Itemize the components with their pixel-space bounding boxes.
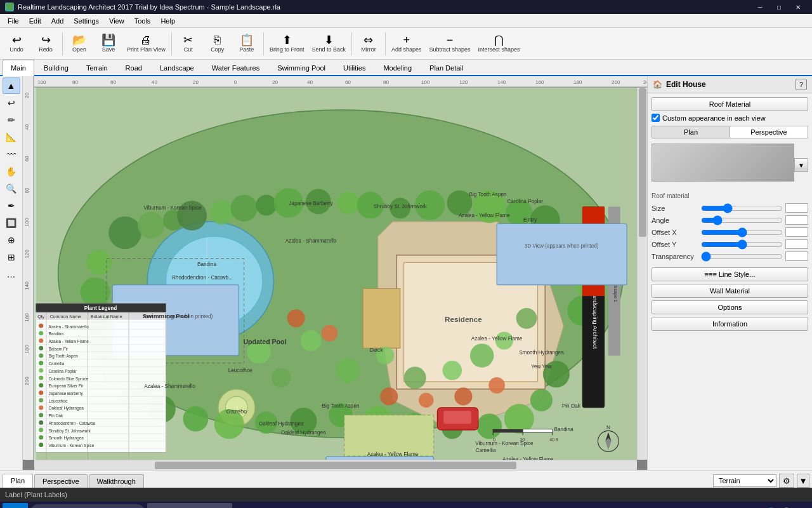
more-tool[interactable]: … — [3, 266, 20, 283]
search-box[interactable]: 🔍 Type here to search 🎤 — [30, 504, 145, 508]
bottom-tab-perspective[interactable]: Perspective — [34, 474, 87, 488]
nav-tab-terrain[interactable]: Terrain — [78, 60, 116, 75]
tab-perspective[interactable]: Perspective — [730, 126, 808, 138]
svg-point-144 — [39, 346, 43, 351]
svg-text:Viburnum - Korean Spice: Viburnum - Korean Spice — [143, 205, 202, 211]
size-value[interactable]: 3' — [785, 203, 808, 213]
zoom-tool[interactable]: 🔍 — [3, 180, 20, 197]
grid-tool[interactable]: ⊞ — [3, 249, 20, 265]
custom-appearance-checkbox[interactable] — [652, 114, 660, 122]
vertical-scrollbar[interactable] — [637, 88, 647, 460]
nav-tab-building[interactable]: Building — [36, 60, 77, 75]
terrain-settings-button[interactable]: ⚙ — [779, 474, 794, 488]
toolbar-separator-2 — [62, 32, 63, 55]
bottom-tab-walkthrough[interactable]: Walkthrough — [89, 474, 144, 488]
menu-item-edit[interactable]: Edit — [24, 14, 46, 27]
nav-tab-main[interactable]: Main — [3, 60, 34, 76]
information-button[interactable]: Information — [652, 317, 808, 331]
pen-tool[interactable]: ✒ — [3, 197, 20, 214]
draw-tool[interactable]: ✏ — [3, 112, 20, 128]
terrain-select[interactable]: Terrain — [713, 474, 776, 487]
transparency-value[interactable]: 0 — [785, 251, 808, 261]
transparency-label: Transparency — [652, 253, 698, 260]
line-style-button[interactable]: ≡≡≡ Line Style... — [652, 267, 808, 281]
toolbar-btn-paste[interactable]: 📋Paste — [233, 30, 261, 58]
help-button[interactable]: ? — [796, 79, 807, 90]
angle-value[interactable]: 14° — [785, 215, 808, 225]
custom-appearance-row: Custom appearance in each view — [652, 114, 808, 122]
angle-slider[interactable] — [701, 216, 783, 225]
toolbar-btn-redo[interactable]: ↪Redo — [32, 30, 60, 58]
toolbar-btn-save[interactable]: 💾Save — [95, 30, 122, 58]
maximize-button[interactable]: □ — [770, 1, 788, 13]
rect-tool[interactable]: 🔲 — [3, 215, 20, 231]
svg-point-48 — [256, 195, 277, 216]
horizontal-scrollbar[interactable] — [34, 460, 637, 470]
toolbar-btn-send-to-back[interactable]: ⬇Send to Back — [308, 30, 349, 58]
right-panel-header: 🏠 Edit House ? — [648, 76, 812, 93]
toolbar-btn-print[interactable]: 🖨Print Plan View — [124, 30, 169, 58]
svg-point-85 — [272, 368, 291, 387]
offset-x-value[interactable]: 0 — [785, 227, 808, 237]
wall-material-button[interactable]: Wall Material — [652, 284, 808, 298]
toolbar-btn-subtract-shapes[interactable]: −Subtract shapes — [426, 30, 474, 58]
svg-text:Big Tooth Aspen: Big Tooth Aspen — [322, 403, 359, 409]
options-button[interactable]: Options — [652, 300, 808, 314]
toolbar-btn-bring-to-front[interactable]: ⬆Bring to Front — [266, 30, 308, 58]
undo-tool[interactable]: ↩ — [3, 95, 20, 111]
nav-tab-swimming-pool[interactable]: Swimming Pool — [269, 60, 334, 75]
size-slider[interactable] — [701, 204, 783, 213]
offset-y-slider[interactable] — [701, 240, 783, 249]
nav-tab-water-features[interactable]: Water Features — [204, 60, 268, 75]
taskbar-app-button[interactable]: 🌿 Realtime Landscapin... — [147, 503, 232, 508]
roof-material-button[interactable]: Roof Material — [652, 97, 808, 111]
roof-material-dropdown[interactable]: ▼ — [794, 158, 808, 172]
offset-x-slider[interactable] — [701, 228, 783, 237]
transparency-slider[interactable] — [701, 252, 783, 261]
close-button[interactable]: ✕ — [789, 1, 807, 13]
nav-tab-road[interactable]: Road — [117, 60, 150, 75]
nav-tab-utilities[interactable]: Utilities — [335, 60, 374, 75]
nav-tab-plan-detail[interactable]: Plan Detail — [421, 60, 471, 75]
toolbar-btn-undo[interactable]: ↩Undo — [3, 30, 30, 58]
add-tool[interactable]: ⊕ — [3, 232, 20, 248]
toolbar-btn-add-shapes[interactable]: +Add shapes — [388, 30, 425, 58]
menu-item-help[interactable]: Help — [155, 14, 180, 27]
offset-y-row: Offset Y 0 — [652, 239, 808, 249]
select-tool[interactable]: ▲ — [3, 77, 20, 94]
toolbar-btn-open[interactable]: 📂Open — [65, 30, 93, 58]
offset-y-value[interactable]: 0 — [785, 239, 808, 249]
tab-plan[interactable]: Plan — [652, 126, 730, 138]
toolbar-btn-copy[interactable]: ⎘Copy — [204, 30, 232, 58]
menu-item-file[interactable]: File — [3, 14, 24, 27]
menu-item-tools[interactable]: Tools — [129, 14, 156, 27]
measure-tool[interactable]: 📐 — [3, 129, 20, 145]
window-controls: ─ □ ✕ — [751, 1, 807, 13]
minimize-button[interactable]: ─ — [751, 1, 769, 13]
svg-point-138 — [39, 324, 43, 328]
angle-label: Angle — [652, 217, 698, 224]
toolbar-btn-cut[interactable]: ✂Cut — [174, 30, 202, 58]
nav-tab-landscape[interactable]: Landscape — [152, 60, 202, 75]
svg-text:20: 20 — [193, 79, 199, 85]
menu-item-settings[interactable]: Settings — [69, 14, 104, 27]
svg-text:Common Name: Common Name — [50, 314, 81, 319]
status-text: Label (Plant Labels) — [5, 491, 67, 498]
start-button[interactable]: ⊞ — [3, 503, 28, 508]
svg-text:100: 100 — [37, 79, 46, 85]
canvas-area[interactable]: 100 80 60 40 20 0 20 40 60 80 100 120 14… — [23, 76, 647, 470]
pan-tool[interactable]: ✋ — [3, 163, 20, 180]
svg-text:240: 240 — [643, 79, 647, 85]
menu-item-view[interactable]: View — [104, 14, 129, 27]
curve-tool[interactable]: 〰 — [3, 146, 20, 163]
terrain-dropdown-button[interactable]: ▼ — [797, 474, 809, 488]
svg-text:Japanese Barberry: Japanese Barberry — [289, 201, 334, 206]
svg-point-164 — [39, 420, 43, 425]
bottom-tab-plan[interactable]: Plan — [3, 474, 33, 488]
toolbar-btn-intersect-shapes[interactable]: ⋂Intersect shapes — [475, 30, 523, 58]
menu-item-add[interactable]: Add — [46, 14, 69, 27]
svg-point-101 — [488, 377, 505, 394]
nav-tab-modeling[interactable]: Modeling — [375, 60, 420, 75]
landscape-canvas[interactable]: Realtime Landscaping Architect IDEA Spec… — [34, 88, 647, 460]
toolbar-btn-mirror[interactable]: ⇔Mirror — [355, 30, 383, 58]
